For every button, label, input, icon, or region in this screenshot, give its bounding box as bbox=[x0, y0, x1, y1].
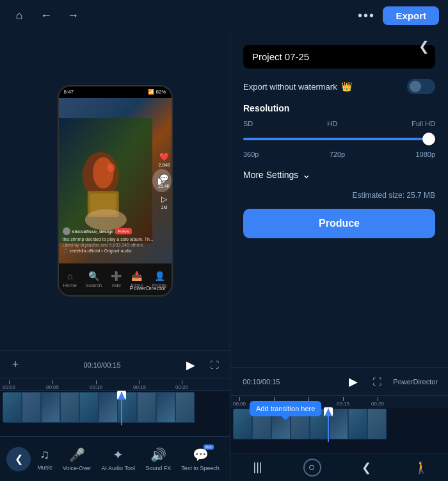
timeline-left: 00:00 00:05 00:10 00:15 00:20 bbox=[0, 379, 230, 436]
social-likes: ❤️ 2,848 bbox=[159, 152, 170, 167]
back-circle-button[interactable]: ❮ bbox=[412, 35, 435, 58]
tts-tool[interactable]: 💬 Pro Text to Speech bbox=[177, 444, 223, 474]
chevron-down-icon: ⌄ bbox=[302, 168, 310, 181]
svg-point-6 bbox=[84, 209, 126, 230]
res-hd: HD bbox=[327, 120, 337, 127]
add-media-button[interactable]: + bbox=[8, 357, 23, 373]
powerdirector-watermark: PowerDirector bbox=[129, 285, 166, 291]
watermark-row: Export without watermark 👑 bbox=[243, 79, 435, 94]
crown-icon: 👑 bbox=[341, 81, 352, 92]
res-fullhd: Full HD bbox=[412, 120, 435, 127]
ruler-mark-3: 00:15 bbox=[133, 380, 146, 390]
ruler-mark-r0: 00:00 bbox=[233, 397, 246, 407]
timeline-track-left[interactable]: I bbox=[3, 392, 227, 425]
play-button-left[interactable]: ▶ bbox=[181, 355, 200, 375]
timeline-controls-right: 00:10/00:15 ▶ ⛶ PowerDirector bbox=[230, 367, 448, 395]
thumb-9 bbox=[156, 392, 175, 423]
svg-point-7 bbox=[106, 163, 115, 172]
follow-button[interactable]: Follow bbox=[115, 228, 131, 234]
produce-button[interactable]: Produce bbox=[243, 209, 435, 238]
time-display-right: 00:10/00:15 bbox=[238, 378, 285, 386]
powerdirector-badge: PowerDirector bbox=[391, 378, 440, 386]
project-name[interactable]: Project 07-25 bbox=[243, 45, 435, 69]
nav-home-circle[interactable]: ○ bbox=[301, 456, 324, 479]
ruler-mark-r3: 00:15 bbox=[337, 397, 349, 407]
phone-nav-home[interactable]: ⌂Home bbox=[63, 271, 77, 288]
export-header: ❮ bbox=[230, 31, 448, 36]
home-circle-icon: ○ bbox=[303, 459, 321, 477]
back-button[interactable]: ❮ bbox=[6, 447, 31, 471]
phone-caption: stoccafisso_design Follow this shrimp de… bbox=[63, 227, 159, 254]
nav-bars[interactable]: ||| bbox=[246, 456, 269, 479]
social-comments: 💬 21.4K bbox=[158, 173, 170, 188]
thumb-8 bbox=[137, 392, 156, 423]
resolution-slider[interactable] bbox=[243, 131, 435, 147]
phone-nav-add[interactable]: ➕Add bbox=[111, 271, 122, 288]
undo-button[interactable]: ← bbox=[36, 5, 56, 26]
thumb-6 bbox=[99, 392, 118, 423]
video-strip-left bbox=[3, 392, 201, 423]
ruler-mark-2: 00:10 bbox=[90, 380, 102, 390]
right-panel: ❮ Project 07-25 Export without watermark… bbox=[230, 31, 448, 481]
thumb-2 bbox=[22, 392, 41, 423]
music-tool[interactable]: ♫ Music bbox=[33, 444, 56, 473]
left-panel: 8:47 📶 82% bbox=[0, 31, 230, 481]
playhead-left bbox=[121, 392, 122, 425]
estimated-size: Estimated size: 25.7 MB bbox=[243, 191, 435, 200]
phone-time: 8:47 bbox=[64, 89, 74, 95]
toggle-knob bbox=[410, 81, 421, 92]
thumb-5 bbox=[79, 392, 99, 423]
export-panel: Project 07-25 Export without watermark 👑… bbox=[230, 36, 448, 367]
ruler-mark-0: 00:00 bbox=[3, 380, 15, 390]
phone-frame: 8:47 📶 82% bbox=[58, 85, 173, 297]
res-360p: 360p bbox=[243, 151, 259, 158]
thumb-4 bbox=[60, 392, 79, 423]
phone-nav-search[interactable]: 🔍Search bbox=[86, 271, 102, 288]
svg-point-3 bbox=[92, 157, 113, 188]
more-button[interactable]: ••• bbox=[356, 5, 376, 26]
home-button[interactable]: ⌂ bbox=[9, 5, 29, 26]
export-button-main[interactable]: Export bbox=[383, 6, 439, 25]
timeline-controls-left: + 00:10/00:15 ▶ ⛶ bbox=[0, 350, 230, 379]
phone-status-bar: 8:47 📶 82% bbox=[59, 86, 172, 98]
slider-knob[interactable] bbox=[422, 133, 435, 145]
playhead-right bbox=[328, 409, 329, 442]
thumb-3 bbox=[41, 392, 60, 423]
resolution-labels-bottom: 360p 720p 1080p bbox=[243, 151, 435, 158]
voiceover-tool[interactable]: 🎤 Voice-Over bbox=[59, 444, 95, 474]
redo-button[interactable]: → bbox=[63, 5, 83, 26]
watermark-label: Export without watermark 👑 bbox=[243, 81, 352, 92]
watermark-toggle[interactable] bbox=[407, 79, 435, 94]
bottom-toolbar: ❮ ♫ Music 🎤 Voice-Over ✦ AI Audio Tool 🔊… bbox=[0, 436, 230, 481]
transition-tooltip[interactable]: Add transition here bbox=[250, 401, 321, 416]
resolution-labels-top: SD HD Full HD bbox=[243, 120, 435, 127]
more-settings-row[interactable]: More Settings ⌄ bbox=[243, 168, 435, 181]
fullscreen-button-right[interactable]: ⛶ bbox=[369, 374, 385, 389]
ruler-mark-1: 00:05 bbox=[46, 380, 59, 390]
nav-person[interactable]: 🚶 bbox=[410, 456, 433, 479]
nav-back[interactable]: ❮ bbox=[355, 456, 378, 479]
top-bar: ⌂ ← → ••• Export bbox=[0, 0, 448, 31]
main-area: 8:47 📶 82% bbox=[0, 31, 448, 481]
thumb-10 bbox=[175, 392, 195, 423]
bottom-nav-right: ||| ○ ❮ 🚶 bbox=[230, 453, 448, 481]
resolution-title: Resolution bbox=[243, 103, 435, 113]
thumb-r7 bbox=[348, 409, 367, 439]
fullscreen-button-left[interactable]: ⛶ bbox=[207, 357, 222, 373]
phone-content: ▶ ❤️ 2,848 💬 21.4K ▷ bbox=[59, 98, 172, 263]
time-display-left: 00:10/00:15 bbox=[29, 361, 175, 369]
timeline-ruler-left: 00:00 00:05 00:10 00:15 00:20 bbox=[0, 379, 230, 391]
video-preview: 8:47 📶 82% bbox=[0, 31, 230, 350]
ruler-mark-r4: 00:20 bbox=[371, 397, 384, 407]
sfx-tool[interactable]: 🔊 Sound FX bbox=[141, 444, 175, 474]
slider-track bbox=[243, 138, 435, 140]
ruler-mark-4: 00:20 bbox=[175, 380, 188, 390]
thumb-1 bbox=[3, 392, 22, 423]
social-views: ▷ 1M bbox=[161, 194, 167, 209]
ai-tool[interactable]: ✦ AI Audio Tool bbox=[98, 444, 139, 474]
phone-battery: 📶 82% bbox=[148, 89, 166, 95]
play-button-right[interactable]: ▶ bbox=[344, 372, 363, 391]
timeline-right: 00:00 00:05 00:10 00:15 00:20 bbox=[230, 395, 448, 453]
more-settings-label: More Settings bbox=[243, 170, 298, 180]
res-1080p: 1080p bbox=[415, 151, 435, 158]
